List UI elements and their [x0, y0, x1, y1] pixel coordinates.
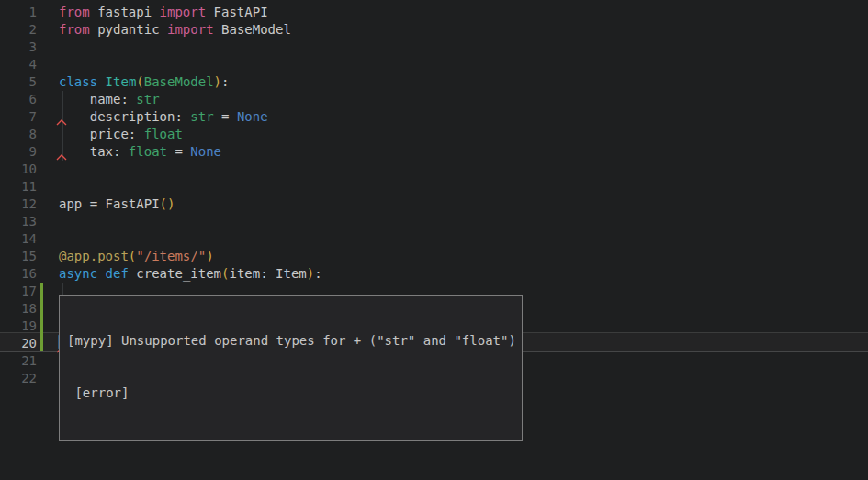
line-number[interactable]: 8: [0, 126, 37, 143]
line-number[interactable]: 14: [0, 230, 37, 248]
code-text: app = FastAPI(): [59, 196, 175, 211]
token-plain: app = FastAPI: [59, 196, 160, 211]
line-number[interactable]: 21: [0, 352, 37, 370]
token-bracket: (): [160, 196, 175, 211]
line-number[interactable]: 6: [0, 91, 37, 108]
token-bracket: ): [307, 266, 314, 281]
token-type_name: str: [190, 109, 213, 124]
token-decorator: @app.post: [59, 249, 129, 263]
token-constant: None: [190, 144, 221, 159]
code-text: tax: float = None: [59, 144, 221, 159]
code-line[interactable]: 2from pydantic import BaseModel: [0, 21, 868, 39]
token-type_name: str: [136, 92, 159, 106]
token-bracket: ): [214, 74, 221, 89]
token-bracket: ): [206, 249, 213, 263]
code-line[interactable]: 16async def create_item(item: Item):: [0, 265, 868, 283]
token-bracket: (: [136, 74, 143, 89]
line-number[interactable]: 17: [0, 283, 37, 300]
code-text: from fastapi import FastAPI: [59, 5, 268, 19]
token-plain: :: [314, 266, 321, 281]
token-keyword_decl: async: [59, 266, 97, 281]
line-number[interactable]: 18: [0, 300, 37, 318]
code-editor[interactable]: 1from fastapi import FastAPI2from pydant…: [0, 0, 868, 480]
line-number[interactable]: 4: [0, 56, 37, 73]
code-line[interactable]: 10: [0, 161, 868, 178]
token-keyword_import: from: [59, 22, 90, 37]
code-text: from pydantic import BaseModel: [59, 22, 291, 37]
token-plain: [97, 74, 105, 89]
code-text: @app.post("/items/"): [59, 249, 214, 263]
token-keyword_import: import: [167, 22, 214, 37]
line-number[interactable]: 7: [0, 108, 37, 126]
line-number[interactable]: 5: [0, 73, 37, 91]
code-line[interactable]: 1from fastapi import FastAPI: [0, 4, 868, 21]
code-text: name: str: [59, 92, 160, 106]
token-plain: tax:: [59, 144, 129, 159]
token-class_name: Item: [106, 74, 137, 89]
line-number[interactable]: 9: [0, 143, 37, 161]
code-line[interactable]: 15@app.post("/items/"): [0, 248, 868, 265]
code-text: class Item(BaseModel):: [59, 74, 229, 89]
line-number[interactable]: 2: [0, 21, 37, 39]
token-type_name: float: [144, 127, 183, 141]
token-plain: pydantic: [90, 22, 167, 37]
diagnostic-tooltip: [mypy] Unsupported operand types for + (…: [59, 295, 523, 441]
code-line[interactable]: 7 description: str = None: [0, 108, 868, 126]
code-line[interactable]: 8 price: float: [0, 126, 868, 143]
token-plain: name:: [59, 92, 136, 106]
token-plain: create_item: [129, 266, 221, 281]
diagnostic-severity: [error]: [67, 385, 514, 402]
code-line[interactable]: 3: [0, 39, 868, 56]
code-line[interactable]: 14: [0, 230, 868, 248]
code-text: description: str = None: [59, 109, 268, 124]
code-line[interactable]: 6 name: str: [0, 91, 868, 108]
line-number[interactable]: 20: [0, 335, 37, 352]
error-squiggle-icon: [56, 118, 69, 127]
token-plain: FastAPI: [206, 5, 267, 19]
token-plain: price:: [59, 127, 144, 141]
token-plain: description:: [59, 109, 190, 124]
token-constant: None: [237, 109, 268, 124]
line-number[interactable]: 22: [0, 370, 37, 387]
token-plain: BaseModel: [214, 22, 291, 37]
token-plain: fastapi: [90, 5, 160, 19]
code-text: price: float: [59, 127, 183, 141]
token-string: "/items/": [136, 249, 206, 263]
line-number[interactable]: 3: [0, 39, 37, 56]
line-number[interactable]: 16: [0, 265, 37, 283]
token-keyword_decl: class: [59, 74, 97, 89]
code-line[interactable]: 9 tax: float = None: [0, 143, 868, 161]
code-line[interactable]: 11: [0, 178, 868, 195]
line-number[interactable]: 1: [0, 4, 37, 21]
token-keyword_decl: def: [106, 266, 129, 281]
token-plain: item: Item: [229, 266, 306, 281]
token-keyword_import: from: [59, 5, 90, 19]
line-number[interactable]: 15: [0, 248, 37, 265]
line-number[interactable]: 12: [0, 195, 37, 213]
token-type_name: float: [129, 144, 167, 159]
code-line[interactable]: 4: [0, 56, 868, 73]
token-plain: =: [214, 109, 237, 124]
token-plain: :: [221, 74, 229, 89]
token-keyword_import: import: [160, 5, 207, 19]
code-line[interactable]: 12app = FastAPI(): [0, 195, 868, 213]
line-number[interactable]: 19: [0, 318, 37, 335]
token-type_name: BaseModel: [144, 74, 214, 89]
code-text: async def create_item(item: Item):: [59, 266, 322, 281]
code-line[interactable]: 13: [0, 213, 868, 230]
token-plain: =: [167, 144, 190, 159]
line-number[interactable]: 11: [0, 178, 37, 195]
line-number[interactable]: 13: [0, 213, 37, 230]
error-squiggle-icon: [56, 153, 69, 162]
code-line[interactable]: 5class Item(BaseModel):: [0, 73, 868, 91]
line-number[interactable]: 10: [0, 161, 37, 178]
diagnostic-message: [mypy] Unsupported operand types for + (…: [67, 332, 514, 350]
token-plain: [97, 266, 105, 281]
